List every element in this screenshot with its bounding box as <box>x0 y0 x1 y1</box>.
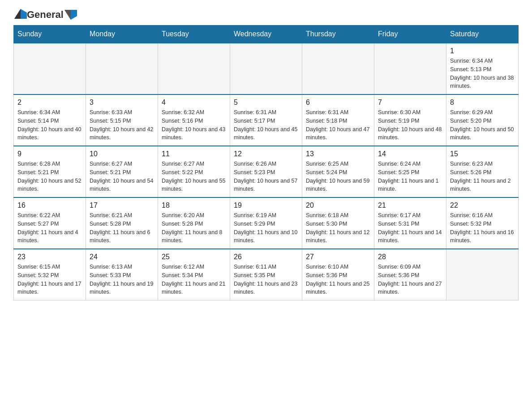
day-number: 10 <box>90 150 154 158</box>
calendar-week-1: 1Sunrise: 6:34 AMSunset: 5:13 PMDaylight… <box>14 43 519 94</box>
calendar-cell <box>374 43 446 94</box>
day-number: 19 <box>234 201 298 210</box>
calendar-cell: 10Sunrise: 6:27 AMSunset: 5:21 PMDayligh… <box>86 146 158 197</box>
day-number: 5 <box>234 98 298 107</box>
weekday-header-tuesday: Tuesday <box>158 26 230 43</box>
calendar-cell: 19Sunrise: 6:19 AMSunset: 5:29 PMDayligh… <box>230 197 302 249</box>
day-number: 4 <box>162 98 226 107</box>
calendar-cell <box>14 43 86 94</box>
day-info: Sunrise: 6:15 AMSunset: 5:32 PMDaylight:… <box>17 263 82 296</box>
day-info: Sunrise: 6:34 AMSunset: 5:14 PMDaylight:… <box>17 108 82 142</box>
day-info: Sunrise: 6:31 AMSunset: 5:18 PMDaylight:… <box>306 108 370 142</box>
calendar-cell: 18Sunrise: 6:20 AMSunset: 5:28 PMDayligh… <box>158 197 230 249</box>
calendar-cell: 3Sunrise: 6:33 AMSunset: 5:15 PMDaylight… <box>86 94 158 146</box>
calendar-week-3: 9Sunrise: 6:28 AMSunset: 5:21 PMDaylight… <box>14 146 519 197</box>
calendar-table: SundayMondayTuesdayWednesdayThursdayFrid… <box>13 25 519 300</box>
day-info: Sunrise: 6:31 AMSunset: 5:17 PMDaylight:… <box>234 108 298 142</box>
day-number: 3 <box>90 98 154 107</box>
calendar-cell: 11Sunrise: 6:27 AMSunset: 5:22 PMDayligh… <box>158 146 230 197</box>
calendar-cell: 25Sunrise: 6:12 AMSunset: 5:34 PMDayligh… <box>158 249 230 300</box>
day-number: 14 <box>378 150 442 158</box>
calendar-cell: 28Sunrise: 6:09 AMSunset: 5:36 PMDayligh… <box>374 249 446 300</box>
day-info: Sunrise: 6:32 AMSunset: 5:16 PMDaylight:… <box>162 108 226 142</box>
day-info: Sunrise: 6:20 AMSunset: 5:28 PMDaylight:… <box>162 211 226 245</box>
calendar-cell <box>230 43 302 94</box>
day-info: Sunrise: 6:28 AMSunset: 5:21 PMDaylight:… <box>17 160 82 193</box>
weekday-header-saturday: Saturday <box>446 26 519 43</box>
day-info: Sunrise: 6:16 AMSunset: 5:32 PMDaylight:… <box>450 211 515 245</box>
day-number: 20 <box>306 201 370 210</box>
calendar-cell: 21Sunrise: 6:17 AMSunset: 5:31 PMDayligh… <box>374 197 446 249</box>
calendar-cell: 14Sunrise: 6:24 AMSunset: 5:25 PMDayligh… <box>374 146 446 197</box>
day-number: 26 <box>234 253 298 261</box>
day-info: Sunrise: 6:23 AMSunset: 5:26 PMDaylight:… <box>450 160 515 193</box>
logo <box>13 9 27 19</box>
day-number: 13 <box>306 150 370 158</box>
day-number: 12 <box>234 150 298 158</box>
calendar-cell: 16Sunrise: 6:22 AMSunset: 5:27 PMDayligh… <box>14 197 86 249</box>
day-info: Sunrise: 6:27 AMSunset: 5:22 PMDaylight:… <box>162 160 226 193</box>
day-info: Sunrise: 6:33 AMSunset: 5:15 PMDaylight:… <box>90 108 154 142</box>
calendar-cell <box>302 43 374 94</box>
day-number: 22 <box>450 201 515 210</box>
calendar-cell <box>158 43 230 94</box>
weekday-header-wednesday: Wednesday <box>230 26 302 43</box>
day-info: Sunrise: 6:11 AMSunset: 5:35 PMDaylight:… <box>234 263 298 296</box>
day-number: 23 <box>17 253 82 261</box>
calendar-cell: 22Sunrise: 6:16 AMSunset: 5:32 PMDayligh… <box>446 197 519 249</box>
svg-marker-1 <box>14 9 21 19</box>
calendar-cell: 20Sunrise: 6:18 AMSunset: 5:30 PMDayligh… <box>302 197 374 249</box>
calendar-cell: 13Sunrise: 6:25 AMSunset: 5:24 PMDayligh… <box>302 146 374 197</box>
day-number: 18 <box>162 201 226 210</box>
weekday-header-friday: Friday <box>374 26 446 43</box>
weekday-header-sunday: Sunday <box>14 26 86 43</box>
calendar-cell: 6Sunrise: 6:31 AMSunset: 5:18 PMDaylight… <box>302 94 374 146</box>
calendar-cell: 23Sunrise: 6:15 AMSunset: 5:32 PMDayligh… <box>14 249 86 300</box>
page-header: General <box>13 9 519 21</box>
day-info: Sunrise: 6:09 AMSunset: 5:36 PMDaylight:… <box>378 263 442 296</box>
calendar-cell: 2Sunrise: 6:34 AMSunset: 5:14 PMDaylight… <box>14 94 86 146</box>
day-info: Sunrise: 6:26 AMSunset: 5:23 PMDaylight:… <box>234 160 298 193</box>
calendar-cell <box>446 249 519 300</box>
logo-chevron-icon <box>64 10 77 20</box>
days-of-week-row: SundayMondayTuesdayWednesdayThursdayFrid… <box>14 26 519 43</box>
weekday-header-thursday: Thursday <box>302 26 374 43</box>
day-number: 15 <box>450 150 515 158</box>
day-info: Sunrise: 6:27 AMSunset: 5:21 PMDaylight:… <box>90 160 154 193</box>
calendar-cell: 12Sunrise: 6:26 AMSunset: 5:23 PMDayligh… <box>230 146 302 197</box>
day-number: 27 <box>306 253 370 261</box>
day-info: Sunrise: 6:17 AMSunset: 5:31 PMDaylight:… <box>378 211 442 245</box>
day-info: Sunrise: 6:12 AMSunset: 5:34 PMDaylight:… <box>162 263 226 296</box>
calendar-body: 1Sunrise: 6:34 AMSunset: 5:13 PMDaylight… <box>14 43 519 300</box>
calendar-header: SundayMondayTuesdayWednesdayThursdayFrid… <box>14 26 519 43</box>
day-info: Sunrise: 6:22 AMSunset: 5:27 PMDaylight:… <box>17 211 82 245</box>
day-info: Sunrise: 6:13 AMSunset: 5:33 PMDaylight:… <box>90 263 154 296</box>
day-number: 2 <box>17 98 82 107</box>
day-info: Sunrise: 6:24 AMSunset: 5:25 PMDaylight:… <box>378 160 442 193</box>
day-info: Sunrise: 6:25 AMSunset: 5:24 PMDaylight:… <box>306 160 370 193</box>
day-number: 17 <box>90 201 154 210</box>
calendar-cell: 26Sunrise: 6:11 AMSunset: 5:35 PMDayligh… <box>230 249 302 300</box>
day-info: Sunrise: 6:18 AMSunset: 5:30 PMDaylight:… <box>306 211 370 245</box>
weekday-header-monday: Monday <box>86 26 158 43</box>
calendar-cell <box>86 43 158 94</box>
calendar-cell: 9Sunrise: 6:28 AMSunset: 5:21 PMDaylight… <box>14 146 86 197</box>
calendar-week-5: 23Sunrise: 6:15 AMSunset: 5:32 PMDayligh… <box>14 249 519 300</box>
day-info: Sunrise: 6:30 AMSunset: 5:19 PMDaylight:… <box>378 108 442 142</box>
day-number: 21 <box>378 201 442 210</box>
calendar-cell: 4Sunrise: 6:32 AMSunset: 5:16 PMDaylight… <box>158 94 230 146</box>
logo-icon <box>14 9 27 19</box>
calendar-cell: 27Sunrise: 6:10 AMSunset: 5:36 PMDayligh… <box>302 249 374 300</box>
day-number: 9 <box>17 150 82 158</box>
calendar-cell: 1Sunrise: 6:34 AMSunset: 5:13 PMDaylight… <box>446 43 519 94</box>
day-info: Sunrise: 6:29 AMSunset: 5:20 PMDaylight:… <box>450 108 515 142</box>
calendar-cell: 7Sunrise: 6:30 AMSunset: 5:19 PMDaylight… <box>374 94 446 146</box>
day-info: Sunrise: 6:34 AMSunset: 5:13 PMDaylight:… <box>450 57 515 90</box>
day-info: Sunrise: 6:21 AMSunset: 5:28 PMDaylight:… <box>90 211 154 245</box>
day-number: 11 <box>162 150 226 158</box>
day-info: Sunrise: 6:19 AMSunset: 5:29 PMDaylight:… <box>234 211 298 245</box>
svg-marker-3 <box>64 10 71 20</box>
day-info: Sunrise: 6:10 AMSunset: 5:36 PMDaylight:… <box>306 263 370 296</box>
day-number: 25 <box>162 253 226 261</box>
calendar-week-2: 2Sunrise: 6:34 AMSunset: 5:14 PMDaylight… <box>14 94 519 146</box>
